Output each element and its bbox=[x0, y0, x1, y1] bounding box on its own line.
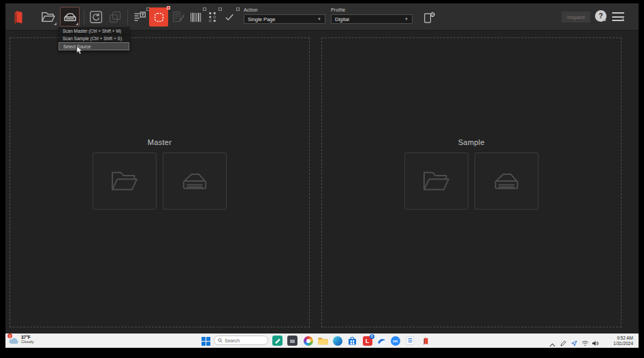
zoom-app-icon: zm bbox=[391, 336, 400, 346]
tray-volume-status[interactable] bbox=[592, 337, 599, 348]
verify-inspection-button[interactable] bbox=[221, 9, 238, 25]
chevron-up-icon bbox=[549, 343, 556, 347]
sync-icon bbox=[89, 10, 103, 24]
sample-card-row bbox=[404, 152, 538, 210]
letter-app-icon: L 3 bbox=[363, 336, 372, 346]
multi-page-button[interactable] bbox=[107, 9, 123, 25]
menu-item-scan-sample[interactable]: Scan Sample (Ctrl + Shift + S) bbox=[59, 35, 129, 42]
speaker-icon bbox=[592, 340, 599, 346]
hamburger-menu-button[interactable] bbox=[612, 12, 624, 21]
action-select[interactable]: Single Page ▼ bbox=[244, 14, 325, 24]
graphics-inspection-icon bbox=[152, 11, 165, 24]
document-gear-icon bbox=[422, 11, 436, 25]
chevron-down-icon: ▼ bbox=[404, 17, 408, 21]
search-icon bbox=[218, 338, 223, 343]
pen-icon bbox=[560, 340, 566, 346]
taskbar-letter-app[interactable]: L 3 bbox=[362, 336, 372, 346]
taskbar-file-explorer[interactable] bbox=[318, 336, 328, 346]
barcode-inspection-button[interactable] bbox=[188, 9, 204, 25]
profile-label: Profile bbox=[331, 7, 413, 12]
menu-item-select-source[interactable]: Select Source bbox=[59, 42, 129, 50]
sample-scan-card[interactable] bbox=[474, 152, 538, 210]
graphics-inspection-button[interactable] bbox=[149, 7, 168, 27]
clock-date: 1/31/2024 bbox=[613, 341, 633, 346]
tray-wifi-status[interactable] bbox=[581, 337, 589, 348]
inspect-button[interactable]: Inspect bbox=[562, 12, 590, 22]
sample-load-file-card[interactable] bbox=[404, 152, 468, 210]
scanner-icon bbox=[492, 169, 521, 193]
master-panel-content: Master bbox=[10, 138, 309, 210]
tray-location-status[interactable] bbox=[571, 337, 577, 348]
option-badge bbox=[236, 7, 240, 11]
menu-item-scan-master[interactable]: Scan Master (Ctrl + Shift + M) bbox=[59, 27, 129, 35]
widgets-icon bbox=[272, 336, 283, 346]
taskbar-app-window[interactable] bbox=[287, 336, 297, 346]
open-folder-icon bbox=[421, 169, 451, 193]
master-load-file-card[interactable] bbox=[93, 152, 157, 210]
tray-show-hidden-button[interactable] bbox=[549, 338, 556, 348]
start-button[interactable] bbox=[202, 336, 210, 348]
taskbar-notes-app[interactable] bbox=[405, 336, 415, 346]
globalvision-icon bbox=[421, 336, 430, 346]
chevron-down-icon: ▼ bbox=[317, 17, 321, 21]
app-window-icon bbox=[287, 336, 297, 346]
taskbar-mail-app[interactable] bbox=[376, 336, 387, 346]
taskbar-edge-browser[interactable] bbox=[332, 336, 342, 346]
open-file-button[interactable] bbox=[39, 8, 57, 26]
weather-condition: Cloudy bbox=[21, 340, 34, 344]
braille-inspection-button[interactable] bbox=[205, 9, 220, 25]
scan-dropdown-menu: Scan Master (Ctrl + Shift + M) Scan Samp… bbox=[59, 27, 129, 50]
notes-icon bbox=[405, 336, 415, 346]
text-inspection-icon bbox=[133, 10, 146, 24]
screen: Action Single Page ▼ Profile Digital ▼ bbox=[0, 0, 644, 358]
toolbar-separator bbox=[127, 10, 128, 25]
windows-start-icon bbox=[202, 337, 210, 346]
profile-select[interactable]: Digital ▼ bbox=[331, 14, 413, 24]
action-value: Single Page bbox=[248, 16, 275, 22]
profile-group: Profile Digital ▼ bbox=[331, 7, 413, 24]
photos-icon bbox=[304, 336, 313, 346]
sample-dropzone-panel: Sample bbox=[321, 37, 622, 327]
master-scan-card[interactable] bbox=[163, 152, 227, 210]
tray-pen-status[interactable] bbox=[560, 337, 566, 348]
barcode-inspection-icon bbox=[189, 12, 203, 23]
cursor-arrow-icon bbox=[76, 46, 83, 56]
scan-button[interactable] bbox=[60, 7, 80, 27]
full-page-sync-button[interactable] bbox=[88, 9, 104, 25]
toolbar-separator bbox=[84, 10, 84, 25]
app-window: Action Single Page ▼ Profile Digital ▼ bbox=[5, 3, 639, 334]
spelling-inspection-button[interactable] bbox=[170, 9, 187, 25]
weather-alert-badge: 3 bbox=[7, 333, 12, 338]
text-inspection-button[interactable] bbox=[131, 9, 148, 25]
pages-icon bbox=[108, 10, 122, 24]
action-group: Action Single Page ▼ bbox=[244, 7, 325, 24]
sample-panel-title: Sample bbox=[458, 138, 485, 146]
open-folder-icon bbox=[41, 11, 56, 23]
location-icon bbox=[571, 340, 577, 346]
app-logo bbox=[8, 7, 27, 27]
spelling-inspection-icon bbox=[172, 10, 185, 24]
action-label: Action bbox=[244, 7, 325, 12]
globalvision-logo-icon bbox=[9, 8, 27, 26]
edge-icon bbox=[333, 336, 342, 346]
taskbar-globalvision-app[interactable] bbox=[420, 336, 430, 346]
taskbar-clock[interactable]: 9:52 AM 1/31/2024 bbox=[613, 336, 633, 346]
help-glyph: ? bbox=[598, 12, 602, 20]
mouse-cursor bbox=[76, 46, 83, 59]
clock-time: 9:52 AM bbox=[613, 336, 633, 341]
mail-swoosh-icon bbox=[376, 336, 387, 346]
help-button[interactable]: ? bbox=[595, 10, 607, 22]
scanner-icon bbox=[180, 169, 210, 193]
taskbar-widgets-app[interactable] bbox=[272, 336, 283, 346]
weather-widget[interactable]: 3 37°F Cloudy bbox=[9, 335, 34, 347]
notification-badge: 3 bbox=[370, 334, 374, 339]
taskbar-search[interactable] bbox=[214, 336, 268, 345]
taskbar-store-app[interactable] bbox=[347, 336, 357, 346]
profile-settings-button[interactable] bbox=[421, 10, 437, 26]
weather-temperature: 37°F bbox=[21, 335, 34, 340]
taskbar-photos-app[interactable] bbox=[303, 336, 313, 346]
search-input[interactable] bbox=[225, 338, 262, 343]
taskbar-zoom-app[interactable]: zm bbox=[390, 336, 400, 346]
braille-inspection-icon bbox=[207, 10, 218, 24]
wifi-icon bbox=[581, 340, 589, 346]
